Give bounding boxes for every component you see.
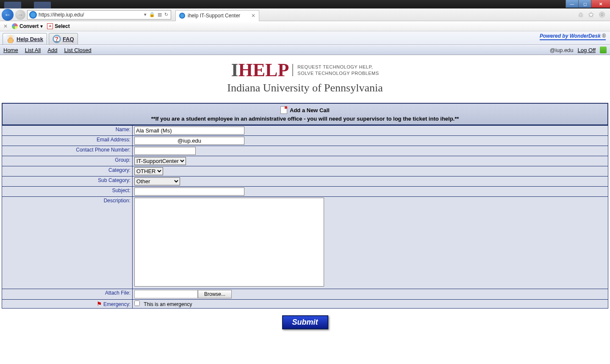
- address-bar[interactable]: https://ihelp.iup.edu/ ▾ 🔒 ▥ ↻: [27, 10, 171, 19]
- form-container: Add a New Call **If you are a student em…: [2, 103, 608, 336]
- window-minimize-button[interactable]: —: [566, 0, 578, 8]
- subject-field[interactable]: [134, 188, 244, 196]
- nav-home[interactable]: Home: [3, 47, 18, 53]
- name-field[interactable]: [134, 127, 244, 135]
- taskbar-app-icon: [4, 2, 21, 8]
- helpdesk-icon: [6, 35, 15, 43]
- subnav-bar: Home List All Add List Closed @iup.edu L…: [0, 45, 610, 55]
- flag-icon: ⚑: [97, 301, 102, 307]
- dropdown-icon[interactable]: ▾: [143, 12, 147, 17]
- refresh-icon[interactable]: ↻: [164, 12, 169, 17]
- favorites-icon[interactable]: ★: [588, 11, 594, 19]
- user-domain: @iup.edu: [550, 47, 574, 53]
- pdf-toolbar: ✕ Convert ▾ A Select: [0, 21, 610, 31]
- label-description: Description:: [2, 197, 133, 289]
- form-title: Add a New Call: [290, 107, 330, 113]
- label-phone: Contact Phone Number:: [2, 146, 133, 156]
- ie-icon: [179, 13, 185, 19]
- tools-icon[interactable]: ⚙: [599, 11, 605, 19]
- form-header: Add a New Call **If you are a student em…: [2, 103, 608, 125]
- emergency-checkbox[interactable]: [134, 301, 140, 306]
- logo-area: IHELP REQUEST TECHNOLOGY HELP, SOLVE TEC…: [0, 55, 610, 103]
- label-email: Email Address:: [2, 136, 133, 146]
- faq-icon: ?: [53, 35, 61, 43]
- label-attach: Attach File:: [2, 289, 133, 300]
- home-icon[interactable]: ⌂: [579, 11, 583, 19]
- logoff-icon[interactable]: [600, 47, 607, 53]
- toolbar-close-icon[interactable]: ✕: [3, 23, 8, 29]
- page-content: Help Desk ? FAQ Powered by WonderDesk ® …: [0, 31, 610, 364]
- browser-tab[interactable]: ihelp IT-Support Center ✕: [175, 10, 259, 21]
- description-field[interactable]: [134, 198, 324, 287]
- label-group: Group:: [2, 156, 133, 166]
- pdf-icon: A: [47, 23, 53, 29]
- select-button[interactable]: A Select: [47, 23, 69, 29]
- subcategory-select[interactable]: Other: [134, 177, 180, 185]
- tab-title: ihelp IT-Support Center: [188, 13, 240, 19]
- convert-icon: [12, 23, 18, 29]
- file-path-display: [134, 290, 198, 298]
- form-note: **If you are a student employee in an ad…: [5, 116, 605, 122]
- window-titlebar: — ◻ ✕: [0, 0, 610, 8]
- lock-icon: 🔒: [148, 12, 156, 17]
- tab-helpdesk[interactable]: Help Desk: [3, 33, 47, 44]
- group-select[interactable]: IT-SupportCenter: [134, 157, 186, 165]
- university-name: Indiana University of Pennsylvania: [0, 82, 610, 94]
- category-select[interactable]: OTHER: [134, 167, 163, 175]
- compat-icon[interactable]: ▥: [157, 12, 163, 17]
- label-subject: Subject:: [2, 187, 133, 197]
- tagline: REQUEST TECHNOLOGY HELP, SOLVE TECHNOLOG…: [292, 64, 379, 76]
- nav-forward-button[interactable]: →: [15, 10, 25, 20]
- tab-close-icon[interactable]: ✕: [251, 13, 255, 19]
- convert-button[interactable]: Convert ▾: [12, 23, 43, 29]
- emergency-text: This is an emergency: [144, 301, 192, 307]
- app-tab-bar: Help Desk ? FAQ Powered by WonderDesk ®: [0, 31, 610, 45]
- powered-by-link[interactable]: Powered by WonderDesk ®: [540, 33, 606, 40]
- label-subcategory: Sub Category:: [2, 176, 133, 187]
- label-emergency: ⚑ Emergency:: [2, 300, 133, 309]
- nav-list-closed[interactable]: List Closed: [64, 47, 91, 53]
- window-close-button[interactable]: ✕: [591, 0, 610, 8]
- url-text: https://ihelp.iup.edu/: [39, 12, 84, 18]
- submit-button[interactable]: Submit: [282, 315, 328, 329]
- browse-button[interactable]: Browse...: [198, 290, 232, 298]
- email-field[interactable]: [134, 137, 244, 145]
- nav-logoff[interactable]: Log Off: [578, 47, 596, 53]
- browser-navbar: ← → https://ihelp.iup.edu/ ▾ 🔒 ▥ ↻ ihelp…: [0, 8, 610, 21]
- label-name: Name:: [2, 126, 133, 136]
- tab-faq[interactable]: ? FAQ: [49, 33, 78, 44]
- label-category: Category:: [2, 166, 133, 176]
- nav-back-button[interactable]: ←: [2, 9, 14, 21]
- window-maximize-button[interactable]: ◻: [578, 0, 591, 8]
- taskbar-app-icon: [34, 2, 51, 8]
- nav-list-all[interactable]: List All: [25, 47, 41, 53]
- form-table: Name: Email Address: Contact Phone Numbe…: [2, 125, 608, 309]
- phone-field[interactable]: [134, 147, 196, 155]
- nav-add[interactable]: Add: [47, 47, 57, 53]
- chevron-down-icon: ▾: [40, 23, 43, 29]
- ihelp-logo: IHELP: [231, 59, 289, 81]
- document-icon: [280, 106, 287, 114]
- ie-icon: [29, 11, 37, 19]
